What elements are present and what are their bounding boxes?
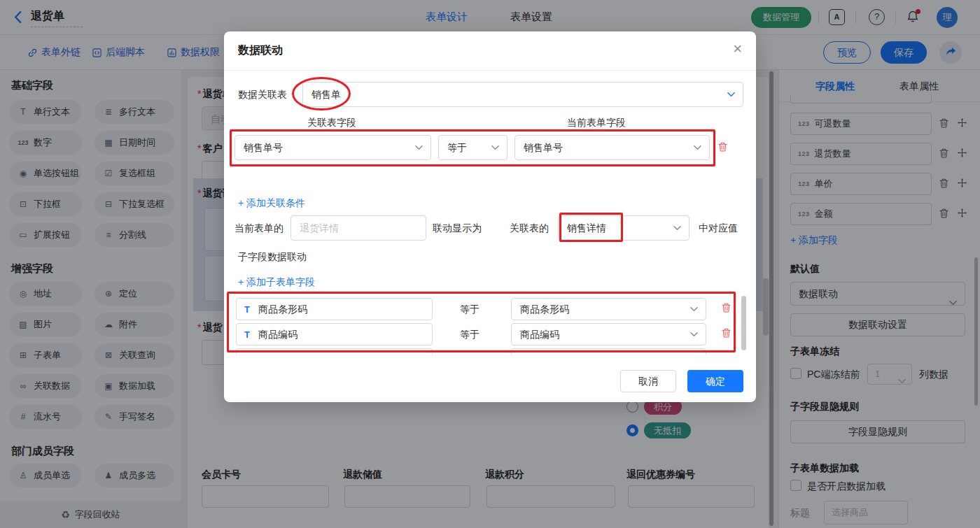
chevron-down-icon (690, 306, 698, 312)
condition-left-select[interactable]: 销售单号 (234, 135, 431, 160)
condition-right-value: 销售单号 (524, 136, 563, 159)
subfield-linkage-title: 子字段数据联动 (238, 251, 307, 264)
condition-right-select[interactable]: 销售单号 (514, 135, 710, 160)
subfield-target-value: 商品条形码 (520, 299, 569, 320)
subfield-row-product-code[interactable]: T 商品编码 (236, 323, 433, 345)
cancel-button[interactable]: 取消 (620, 370, 676, 392)
display-row-prefix: 当前表单的 (234, 215, 284, 241)
condition-operator-value: 等于 (447, 136, 467, 159)
subfield-operator: 等于 (460, 321, 479, 348)
data-linkage-modal: 数据联动 × 数据关联表 销售单 关联表字段 当前表单字段 销售单号 等于 销售… (224, 31, 756, 402)
close-icon[interactable]: × (733, 40, 742, 58)
subfield-operator: 等于 (460, 296, 479, 322)
delete-subfield-trash-icon[interactable] (722, 328, 731, 340)
linked-table-field-select[interactable]: 销售详情 (558, 215, 690, 241)
modal-title: 数据联动 (238, 43, 283, 58)
chevron-down-icon (491, 145, 499, 150)
subfield-row-barcode[interactable]: T 商品条形码 (236, 298, 433, 320)
column-header-linked-field: 关联表字段 (307, 117, 356, 129)
linked-table-field-value: 销售详情 (567, 216, 606, 240)
display-row-middle: 联动显示为 (433, 215, 482, 241)
chevron-down-icon (694, 145, 701, 150)
subfield-target-value: 商品编码 (520, 324, 559, 345)
subfield-name: 商品编码 (258, 324, 298, 345)
chevron-down-icon (673, 225, 681, 231)
condition-left-value: 销售单号 (244, 136, 283, 159)
subfield-target-select-product-code[interactable]: 商品编码 (511, 323, 706, 345)
column-header-current-field: 当前表单字段 (567, 117, 626, 129)
delete-subfield-trash-icon[interactable] (722, 303, 731, 315)
condition-operator-select[interactable]: 等于 (438, 135, 507, 160)
text-type-icon: T (244, 299, 250, 320)
display-row-suffix: 中对应值 (699, 215, 738, 241)
current-field-input[interactable]: 退货详情 (290, 215, 426, 241)
delete-condition-trash-icon[interactable] (718, 142, 727, 154)
link-table-value: 销售单 (312, 83, 341, 106)
chevron-down-icon (727, 92, 735, 97)
chevron-down-icon (690, 331, 698, 337)
subfield-name: 商品条形码 (258, 299, 307, 320)
add-condition-link[interactable]: + 添加关联条件 (238, 197, 305, 210)
add-subfield-link[interactable]: + 添加子表单字段 (238, 276, 315, 289)
modal-scrollbar-thumb[interactable] (741, 296, 746, 350)
link-table-select[interactable]: 销售单 (302, 82, 743, 107)
text-type-icon: T (244, 324, 250, 345)
subfield-target-select-barcode[interactable]: 商品条形码 (511, 298, 706, 320)
confirm-button[interactable]: 确定 (687, 370, 743, 392)
chevron-down-icon (415, 145, 423, 150)
linked-table-text: 关联表的 (510, 215, 549, 241)
subfield-row-partial (236, 348, 433, 355)
subfield-row-partial (511, 348, 706, 355)
modal-header-divider (224, 70, 756, 71)
link-table-label: 数据关联表 (238, 89, 287, 101)
